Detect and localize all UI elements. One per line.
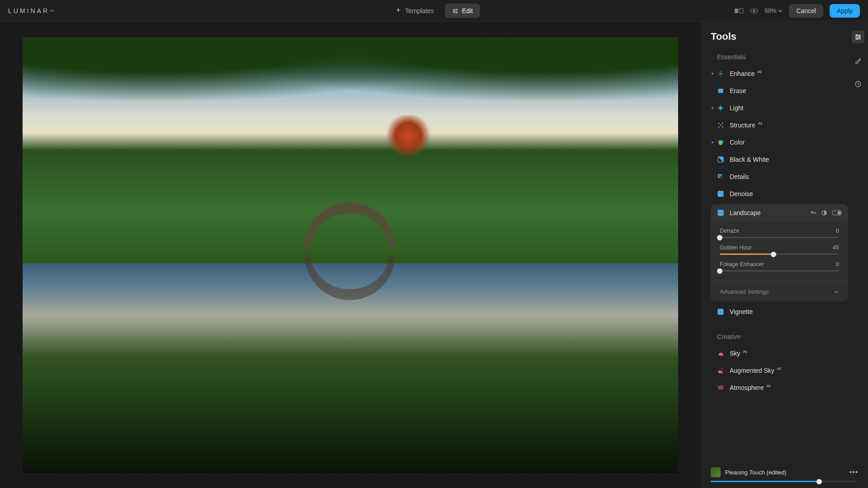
tool-atmosphere[interactable]: Atmosphere AI [711, 379, 848, 396]
chevron-down-icon [834, 290, 839, 294]
ai-badge: AI [743, 349, 747, 354]
modified-dot [712, 141, 713, 143]
tool-landscape-label: Landscape [730, 209, 761, 216]
rail-brush-icon[interactable] [852, 54, 864, 67]
tool-details[interactable]: Details [711, 168, 848, 185]
visibility-toggle-icon[interactable] [832, 210, 842, 216]
slider-label: Golden Hour [720, 244, 752, 251]
slider-track[interactable] [720, 253, 839, 255]
tool-light[interactable]: Light [711, 99, 848, 117]
tool-vignette[interactable]: Vignette [711, 303, 848, 320]
tool-sky-label: Sky [730, 350, 740, 357]
blackwhite-icon [717, 156, 724, 163]
svg-point-14 [722, 127, 723, 128]
chevron-down-icon [778, 9, 783, 12]
tool-augsky[interactable]: Augmented Sky AI [711, 362, 848, 379]
tool-enhance[interactable]: Enhance AI [711, 65, 848, 82]
apply-button[interactable]: Apply [830, 4, 860, 18]
svg-point-32 [838, 211, 841, 215]
preset-amount-slider[interactable] [711, 481, 855, 482]
rail-history-icon[interactable] [852, 78, 864, 90]
vignette-icon [717, 308, 724, 315]
preset-name: Pleasing Touch (edited) [725, 469, 787, 476]
svg-rect-3 [735, 9, 738, 13]
modified-dot [712, 73, 713, 75]
svg-rect-24 [718, 191, 723, 197]
svg-point-25 [719, 192, 720, 193]
ai-badge: AI [766, 384, 770, 388]
canvas-area[interactable] [0, 22, 701, 488]
tool-erase-label: Erase [730, 87, 746, 94]
svg-rect-20 [718, 174, 720, 176]
svg-point-26 [721, 192, 722, 193]
cancel-button[interactable]: Cancel [789, 4, 823, 18]
svg-rect-23 [720, 176, 722, 178]
slider-value: 0 [836, 261, 839, 267]
tab-edit-label: Edit [462, 7, 473, 14]
preset-thumbnail [711, 467, 721, 477]
slider-track[interactable] [720, 237, 839, 238]
erase-icon [717, 87, 724, 94]
svg-point-2 [456, 12, 458, 13]
svg-point-28 [722, 194, 722, 195]
details-icon [717, 173, 724, 180]
tool-blackwhite[interactable]: Black & White [711, 151, 848, 168]
tool-vignette-label: Vignette [730, 308, 753, 315]
zoom-dropdown[interactable]: 50% [764, 7, 783, 14]
mask-icon[interactable] [821, 210, 827, 216]
photo-preview [23, 37, 678, 473]
svg-point-38 [856, 38, 858, 40]
tool-erase[interactable]: Erase [711, 82, 848, 99]
logo-text: LUMINAR [8, 7, 49, 14]
tool-light-label: Light [730, 104, 743, 112]
tab-edit[interactable]: Edit [445, 4, 480, 18]
svg-point-1 [453, 10, 454, 12]
section-essentials: Essentials [711, 53, 848, 61]
tool-color-label: Color [730, 139, 745, 146]
svg-point-35 [722, 368, 722, 369]
svg-point-10 [719, 107, 722, 109]
svg-point-13 [718, 127, 720, 128]
svg-point-18 [719, 141, 722, 145]
rail-tools-icon[interactable] [852, 31, 864, 43]
svg-rect-4 [740, 9, 743, 13]
undo-icon[interactable] [810, 210, 816, 216]
svg-point-6 [753, 9, 755, 12]
slider-value: 0 [836, 228, 839, 234]
slider-label: Dehaze [720, 228, 739, 234]
tool-blackwhite-label: Black & White [730, 156, 769, 163]
svg-rect-21 [720, 174, 722, 176]
tool-landscape-panel: Landscape Dehaze0Golden Hour45Foliage En… [711, 204, 848, 301]
ai-badge: AI [757, 70, 761, 74]
tool-landscape[interactable]: Landscape [711, 204, 848, 221]
preview-eye-icon[interactable] [750, 8, 758, 14]
atmosphere-icon [717, 384, 724, 391]
enhance-icon [717, 70, 724, 77]
svg-point-11 [718, 123, 720, 124]
slider-value: 45 [833, 244, 839, 251]
svg-point-36 [856, 34, 858, 36]
svg-point-7 [720, 73, 722, 75]
svg-point-37 [859, 36, 860, 38]
advanced-settings-toggle[interactable]: Advanced Settings [711, 282, 848, 301]
tool-denoise[interactable]: Denoise [711, 185, 848, 202]
tool-atmosphere-label: Atmosphere [730, 384, 764, 391]
tool-structure[interactable]: Structure AI [711, 117, 848, 134]
zoom-value: 50% [764, 7, 776, 14]
color-icon [717, 139, 724, 146]
logo-sup: AI [50, 9, 55, 13]
tool-augsky-label: Augmented Sky [730, 367, 774, 374]
tool-structure-label: Structure [730, 122, 755, 129]
slider-track[interactable] [720, 270, 839, 272]
sky-icon [717, 350, 724, 357]
svg-rect-9 [718, 91, 723, 93]
preset-menu-icon[interactable]: ••• [849, 468, 858, 476]
tab-templates-label: Templates [405, 7, 434, 14]
tab-templates[interactable]: Templates [388, 4, 441, 18]
tool-denoise-label: Denoise [730, 190, 753, 197]
augsky-icon [717, 367, 724, 374]
tool-color[interactable]: Color [711, 134, 848, 151]
compare-icon[interactable] [735, 8, 744, 14]
tool-sky[interactable]: Sky AI [711, 345, 848, 362]
ai-badge: AI [758, 121, 762, 126]
